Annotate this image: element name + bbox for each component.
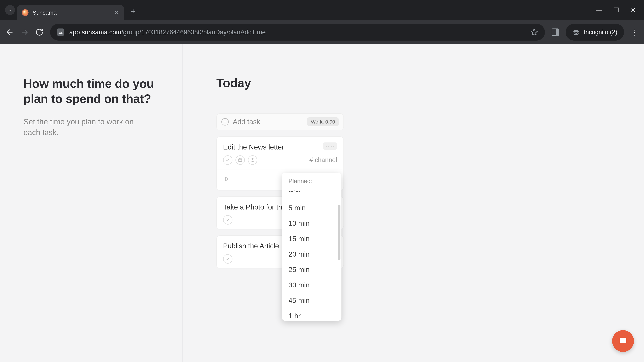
tab-search-button[interactable]: [5, 5, 15, 15]
url-host: app.sunsama.com: [69, 29, 122, 36]
dropdown-option[interactable]: 25 min: [282, 262, 342, 277]
dropdown-option[interactable]: 20 min: [282, 247, 342, 262]
browser-menu-button[interactable]: ⋮: [631, 28, 638, 36]
dropdown-option[interactable]: 30 min: [282, 277, 342, 293]
task-channel[interactable]: # channel: [310, 156, 337, 164]
play-icon: [223, 176, 230, 182]
address-bar[interactable]: app.sunsama.com/group/17031827644696380/…: [50, 24, 545, 40]
dropdown-option[interactable]: 15 min: [282, 231, 342, 247]
side-panel-button[interactable]: [552, 28, 559, 36]
scrollbar[interactable]: [338, 205, 340, 260]
timer-button[interactable]: [248, 155, 257, 165]
close-window-button[interactable]: ✕: [630, 7, 636, 14]
chat-fab[interactable]: [612, 330, 634, 352]
titlebar: Sunsama ✕ + — ❐ ✕: [0, 0, 644, 20]
check-icon: [226, 257, 230, 261]
svg-point-2: [576, 33, 578, 35]
dropdown-header: Planned: --:--: [282, 173, 342, 197]
main-heading: Today: [216, 76, 644, 90]
chat-icon: [618, 336, 628, 346]
schedule-button[interactable]: [236, 155, 245, 165]
incognito-indicator[interactable]: Incognito (2): [566, 24, 624, 40]
dropdown-header-value[interactable]: --:--: [288, 187, 335, 195]
site-settings-icon[interactable]: [57, 28, 64, 36]
clock-icon: [250, 158, 255, 162]
add-task-row[interactable]: + Add task Work: 0:00: [216, 113, 344, 130]
browser-tab[interactable]: Sunsama ✕: [17, 5, 124, 20]
page: How much time do you plan to spend on th…: [0, 44, 644, 362]
prompt-subtitle: Set the time you plan to work on each ta…: [24, 116, 151, 138]
svg-point-0: [61, 32, 62, 33]
main: Today + Add task Work: 0:00 Edit the New…: [183, 44, 644, 362]
calendar-icon: [238, 158, 242, 162]
complete-button[interactable]: [223, 215, 232, 225]
task-title: Edit the News letter: [223, 142, 320, 152]
plus-icon: +: [221, 118, 229, 125]
bookmark-button[interactable]: [530, 28, 538, 36]
check-icon: [226, 158, 230, 162]
incognito-label: Incognito (2): [584, 29, 617, 36]
svg-point-1: [574, 33, 576, 35]
task-time-pill[interactable]: --:--: [323, 142, 337, 150]
prompt-title: How much time do you plan to spend on th…: [24, 76, 159, 106]
tab-title: Sunsama: [32, 9, 110, 16]
planned-time-dropdown: Planned: --:-- 5 min 10 min 15 min 20 mi…: [282, 173, 342, 321]
dropdown-option[interactable]: 45 min: [282, 293, 342, 308]
svg-rect-3: [239, 159, 242, 162]
check-icon: [226, 218, 230, 222]
url-text: app.sunsama.com/group/17031827644696380/…: [69, 29, 525, 36]
url-path: /group/17031827644696380/planDay/planAdd…: [122, 29, 266, 36]
chevron-down-icon: [8, 8, 12, 12]
maximize-button[interactable]: ❐: [614, 7, 619, 14]
dropdown-option[interactable]: 5 min: [282, 200, 342, 216]
sidebar: How much time do you plan to spend on th…: [0, 44, 183, 362]
close-tab-button[interactable]: ✕: [114, 9, 119, 16]
reload-button[interactable]: [36, 28, 44, 36]
dropdown-list: 5 min 10 min 15 min 20 min 25 min 30 min…: [282, 200, 342, 321]
complete-button[interactable]: [223, 155, 232, 165]
window-controls: — ❐ ✕: [596, 0, 644, 14]
complete-button[interactable]: [223, 254, 232, 264]
forward-button[interactable]: [21, 28, 29, 36]
tab-favicon: [22, 9, 28, 16]
toolbar: app.sunsama.com/group/17031827644696380/…: [0, 20, 644, 44]
dropdown-option[interactable]: 1 hr: [282, 308, 342, 321]
play-button[interactable]: [223, 176, 230, 182]
new-tab-button[interactable]: +: [131, 7, 136, 16]
back-button[interactable]: [6, 28, 14, 36]
dropdown-header-label: Planned:: [288, 178, 335, 185]
incognito-icon: [572, 28, 580, 36]
minimize-button[interactable]: —: [596, 7, 602, 14]
dropdown-option[interactable]: 10 min: [282, 216, 342, 231]
add-task-label: Add task: [233, 118, 303, 126]
work-total-pill: Work: 0:00: [307, 117, 339, 126]
